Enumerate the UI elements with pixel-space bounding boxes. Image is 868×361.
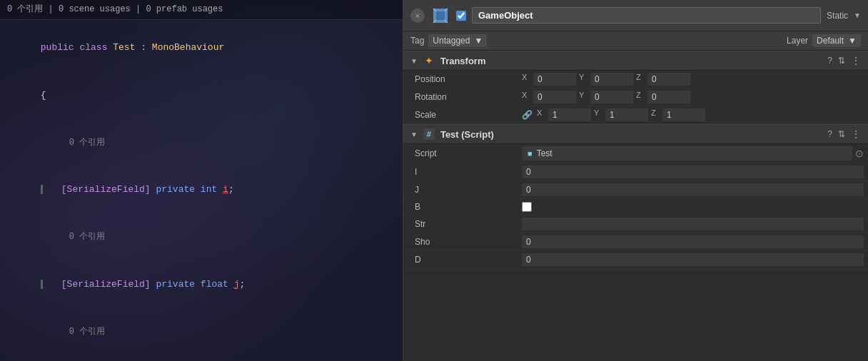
gameobject-name-input[interactable] [472,7,821,24]
keyword-public: public [41,42,80,53]
field-d-label: D [403,251,518,269]
tag-dropdown[interactable]: Untagged ▼ [428,34,487,47]
rotation-x-label: X [522,91,530,103]
code-line-ref1: 0 个引用 [7,119,395,166]
layer-value: Default [817,36,844,46]
code-body: public class Test : MonoBehaviour { 0 个引… [0,20,403,361]
left-bar-i [41,185,43,194]
script-collapse-arrow[interactable]: ▼ [410,131,418,138]
rotation-z-input[interactable] [647,91,690,103]
script-value-row: ■ Test ⊙ [518,144,868,163]
script-file-icon: ■ [528,149,533,158]
ref-count-3: 0 个引用 [69,327,105,337]
transform-title: Transform [440,56,822,66]
field-i-input[interactable] [522,166,864,178]
script-settings-icon[interactable]: ⇅ [838,129,845,139]
semi-j: ; [239,279,245,290]
tag-layer-row: Tag Untagged ▼ Layer Default ▼ [403,31,868,51]
attr-serialize-j: [SerializeField] [61,279,156,290]
keyword-class: class [79,42,113,53]
field-d-input[interactable] [522,253,864,266]
open-brace: { [41,90,46,101]
scale-label: Scale [403,106,518,124]
tag-label: Tag [410,36,424,46]
field-i-value [518,163,868,181]
code-line-ref3: 0 个引用 [7,308,395,355]
position-z-label: Z [636,73,645,86]
transform-help-icon[interactable]: ? [827,56,832,66]
cube-icon [430,6,450,26]
gameobject-active-checkbox[interactable] [456,11,466,21]
close-button[interactable]: × [410,9,425,23]
kw-private-j: private [156,279,200,290]
ref-count-2: 0 个引用 [69,232,105,242]
field-str-input[interactable] [522,218,864,230]
type-int: int [201,184,223,195]
kw-private-i: private [156,184,200,195]
layer-label: Layer [787,36,808,46]
transform-menu-icon[interactable]: ⋮ [851,55,861,66]
static-dropdown-arrow[interactable]: ▼ [854,11,861,19]
scale-lock-icon[interactable]: 🔗 [522,110,533,120]
rotation-z-label: Z [636,91,645,103]
class-name-test: Test [113,42,141,53]
rotation-label: Rotation [403,88,518,106]
transform-properties: Position X Y Z Rotation X Y Z Sc [403,71,868,124]
layer-arrow-icon: ▼ [848,36,857,46]
script-label: Script [403,144,518,163]
position-label: Position [403,71,518,88]
code-line-ref2: 0 个引用 [7,213,395,260]
code-line-field-b: [SerializeField] private bool b; [7,355,395,361]
field-sho-value [518,233,868,251]
left-bar-j [41,280,43,289]
field-i-label: I [403,163,518,181]
svg-rect-1 [436,11,445,20]
code-editor-panel: 0 个引用 | 0 scene usages | 0 prefab usages… [0,0,403,361]
gameobject-header: × Static ▼ [403,0,868,31]
rotation-y-label: Y [579,91,587,103]
field-j-label: J [403,181,518,199]
position-y-label: Y [579,73,587,86]
transform-icon: ✦ [423,55,435,66]
attr-serialize-i: [SerializeField] [61,184,156,195]
field-d-value [518,251,868,269]
position-x-input[interactable] [533,73,576,86]
transform-collapse-arrow[interactable]: ▼ [410,57,418,65]
ref-count-1: 0 个引用 [69,138,105,148]
scale-x-label: X [537,108,545,121]
code-header: 0 个引用 | 0 scene usages | 0 prefab usages [0,0,403,20]
code-line-class-decl: public class Test : MonoBehaviour [7,24,395,71]
code-line-open-brace: { [7,71,395,118]
static-label: Static [827,11,848,21]
field-j-value [518,181,868,199]
position-y-input[interactable] [590,73,633,86]
field-b-value [518,199,868,215]
position-value: X Y Z [518,71,868,88]
script-help-icon[interactable]: ? [827,129,832,139]
tag-arrow-icon: ▼ [474,36,483,46]
rotation-xyz-group: X Y Z [522,91,864,103]
field-str-value [518,215,868,233]
scale-z-label: Z [651,108,660,121]
layer-dropdown[interactable]: Default ▼ [812,34,861,47]
field-b-checkbox[interactable] [522,202,532,212]
colon: : [141,42,152,53]
script-file-box: ■ Test [522,146,852,161]
scale-value: 🔗 X Y Z [518,106,868,124]
rotation-x-input[interactable] [533,91,576,103]
scale-z-input[interactable] [662,108,705,121]
transform-settings-icon[interactable]: ⇅ [838,56,845,66]
scale-x-input[interactable] [548,108,591,121]
rotation-y-input[interactable] [590,91,633,103]
position-z-input[interactable] [647,73,690,86]
scale-y-input[interactable] [605,108,648,121]
script-properties: Script ■ Test ⊙ I J B Str Sho [403,144,868,269]
field-sho-input[interactable] [522,235,864,248]
scale-y-label: Y [594,108,602,121]
scale-xyz-group: X Y Z [537,108,864,121]
script-filename: Test [537,148,552,158]
script-menu-icon[interactable]: ⋮ [851,128,861,140]
script-target-icon[interactable]: ⊙ [855,148,864,159]
tag-value: Untagged [433,36,470,46]
field-j-input[interactable] [522,183,864,196]
